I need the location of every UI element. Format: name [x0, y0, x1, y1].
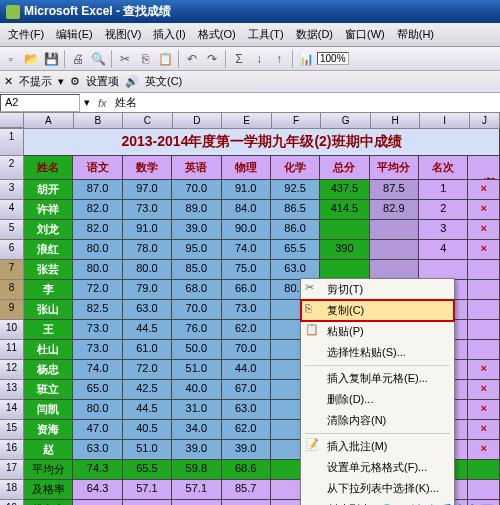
- row-1[interactable]: 1: [0, 129, 24, 156]
- row-18[interactable]: 18: [0, 480, 24, 500]
- cell-name[interactable]: 杜山: [24, 340, 73, 360]
- cell[interactable]: 73.0: [73, 340, 122, 360]
- context-menu-item[interactable]: 清除内容(N): [301, 410, 454, 431]
- cell[interactable]: 47.0: [73, 420, 122, 440]
- cell-total[interactable]: [320, 220, 369, 240]
- cell-x[interactable]: [468, 280, 500, 300]
- cell[interactable]: 75.0: [222, 260, 271, 280]
- cell-name[interactable]: 资海: [24, 420, 73, 440]
- cell[interactable]: 63.0: [222, 400, 271, 420]
- context-menu-item[interactable]: ⎘复制(C): [301, 300, 454, 321]
- menu-file[interactable]: 文件(F): [4, 25, 48, 44]
- col-G[interactable]: G: [321, 113, 371, 128]
- cell-name[interactable]: 赵: [24, 440, 73, 460]
- cell[interactable]: 62.0: [222, 420, 271, 440]
- avg-label[interactable]: 平均分: [24, 460, 73, 480]
- paste-icon[interactable]: 📋: [156, 50, 174, 68]
- row-2[interactable]: 2: [0, 156, 24, 180]
- row-head[interactable]: 7: [0, 260, 24, 280]
- select-all[interactable]: [0, 113, 24, 128]
- copy-icon[interactable]: ⎘: [136, 50, 154, 68]
- cell[interactable]: 34.0: [172, 420, 221, 440]
- cell-total[interactable]: 414.5: [320, 200, 369, 220]
- cell-rank[interactable]: [419, 260, 468, 280]
- cell[interactable]: 80.0: [73, 400, 122, 420]
- menu-view[interactable]: 视图(V): [101, 25, 146, 44]
- row-19[interactable]: 19: [0, 500, 24, 505]
- cell[interactable]: 86.0: [271, 220, 320, 240]
- cell-avg[interactable]: 82.9: [370, 200, 419, 220]
- cell[interactable]: 90.0: [222, 220, 271, 240]
- cell[interactable]: 78.0: [123, 240, 172, 260]
- cell[interactable]: 80.0: [73, 260, 122, 280]
- cell-name[interactable]: 胡开: [24, 180, 73, 200]
- cell[interactable]: 73.0: [222, 300, 271, 320]
- cell[interactable]: 63.0: [123, 300, 172, 320]
- col-A[interactable]: A: [24, 113, 74, 128]
- hdr-avg[interactable]: 平均分: [370, 156, 419, 180]
- context-menu-item[interactable]: 设置单元格格式(F)...: [301, 457, 454, 478]
- cell[interactable]: 68.0: [172, 280, 221, 300]
- menu-data[interactable]: 数据(D): [292, 25, 337, 44]
- cell[interactable]: 39.0: [172, 440, 221, 460]
- hdr-physics[interactable]: 物理: [222, 156, 271, 180]
- row-head[interactable]: 16: [0, 440, 24, 460]
- cut-icon[interactable]: ✂: [116, 50, 134, 68]
- context-menu-item[interactable]: 选择性粘贴(S)...: [301, 342, 454, 363]
- hdr-english[interactable]: 英语: [172, 156, 221, 180]
- cell[interactable]: 74.0: [73, 360, 122, 380]
- cell[interactable]: 70.0: [172, 180, 221, 200]
- cell[interactable]: 82.5: [73, 300, 122, 320]
- cell-rank[interactable]: 3: [419, 220, 468, 240]
- cell[interactable]: 72.0: [123, 360, 172, 380]
- context-menu-item[interactable]: ✂剪切(T): [301, 279, 454, 300]
- cell[interactable]: 74.0: [222, 240, 271, 260]
- save-icon[interactable]: 💾: [42, 50, 60, 68]
- cell-avg[interactable]: [370, 220, 419, 240]
- col-C[interactable]: C: [123, 113, 173, 128]
- good-label[interactable]: 优良率: [24, 500, 73, 505]
- cell[interactable]: 89.0: [172, 200, 221, 220]
- cell[interactable]: 40.5: [123, 420, 172, 440]
- english-button[interactable]: 英文(C): [145, 74, 182, 89]
- cell[interactable]: 40.0: [172, 380, 221, 400]
- menu-format[interactable]: 格式(O): [194, 25, 240, 44]
- col-B[interactable]: B: [74, 113, 124, 128]
- context-menu-item[interactable]: 插入复制单元格(E)...: [301, 368, 454, 389]
- open-icon[interactable]: 📂: [22, 50, 40, 68]
- cell[interactable]: 51.0: [172, 360, 221, 380]
- cell-total[interactable]: [320, 260, 369, 280]
- cell-name[interactable]: 张芸: [24, 260, 73, 280]
- cell-rank[interactable]: 1: [419, 180, 468, 200]
- settings-button[interactable]: 设置项: [86, 74, 119, 89]
- cell-name[interactable]: 张山: [24, 300, 73, 320]
- zoom-input[interactable]: 100%: [317, 52, 349, 65]
- cell[interactable]: 80.0: [123, 260, 172, 280]
- hdr-math[interactable]: 数学: [123, 156, 172, 180]
- cell-total[interactable]: 390: [320, 240, 369, 260]
- col-H[interactable]: H: [371, 113, 421, 128]
- cell[interactable]: 62.0: [222, 320, 271, 340]
- cell-avg[interactable]: 87.5: [370, 180, 419, 200]
- sheet-title[interactable]: 2013-2014年度第一学期九年级(2)班期中成绩: [24, 129, 500, 156]
- cell-x[interactable]: ×: [468, 420, 500, 440]
- cell[interactable]: 67.0: [222, 380, 271, 400]
- cell[interactable]: 95.0: [172, 240, 221, 260]
- chart-icon[interactable]: 📊: [297, 50, 315, 68]
- cell[interactable]: 73.0: [73, 320, 122, 340]
- undo-icon[interactable]: ↶: [183, 50, 201, 68]
- cell-avg[interactable]: [370, 260, 419, 280]
- menu-tools[interactable]: 工具(T): [244, 25, 288, 44]
- redo-icon[interactable]: ↷: [203, 50, 221, 68]
- print-icon[interactable]: 🖨: [69, 50, 87, 68]
- cell[interactable]: 50.0: [172, 340, 221, 360]
- cell-x[interactable]: ×: [468, 400, 500, 420]
- row-head[interactable]: 12: [0, 360, 24, 380]
- cell-x[interactable]: ×: [468, 360, 500, 380]
- hdr-chem[interactable]: 化学: [271, 156, 320, 180]
- row-head[interactable]: 14: [0, 400, 24, 420]
- cell-name[interactable]: 班立: [24, 380, 73, 400]
- cell[interactable]: 39.0: [172, 220, 221, 240]
- cell[interactable]: 82.0: [73, 200, 122, 220]
- context-menu-item[interactable]: 📝插入批注(M): [301, 436, 454, 457]
